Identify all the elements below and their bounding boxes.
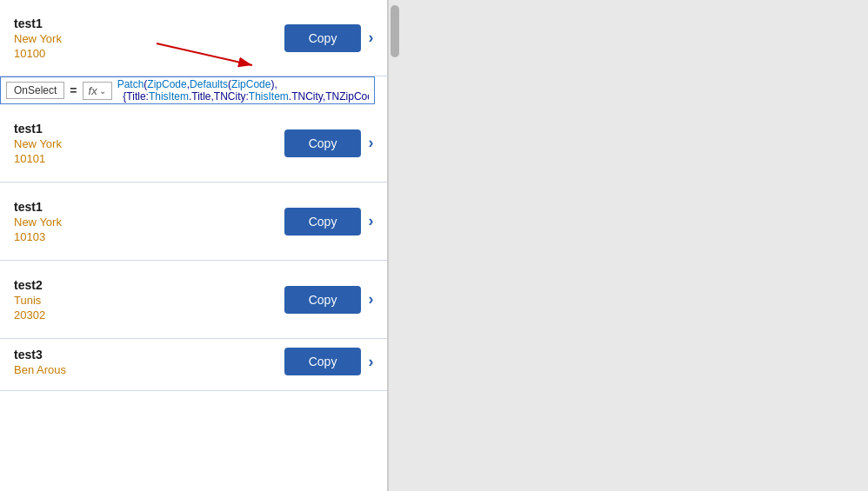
item-title: test2 — [14, 278, 45, 292]
list-item: test2 Tunis 20302 Copy › — [0, 261, 387, 339]
fx-chevron-icon: ⌄ — [99, 86, 106, 96]
item-actions: Copy › — [284, 348, 374, 375]
list-area: test1 New York 10100 Copy › OnSelect = f… — [0, 0, 387, 491]
formula-bar: OnSelect = fx ⌄ Patch(ZipCode,Defaults(Z… — [0, 76, 375, 104]
chevron-right-icon-1[interactable]: › — [368, 29, 373, 47]
copy-button-3[interactable]: Copy — [284, 208, 362, 236]
copy-button-5[interactable]: Copy — [284, 348, 362, 375]
list-item: test1 New York 10100 Copy › — [0, 0, 387, 76]
item-city: New York — [14, 137, 62, 150]
item-zip: 10101 — [14, 152, 62, 165]
item-info: test1 New York 10101 — [14, 122, 62, 165]
formula-equals: = — [70, 83, 77, 97]
item-info: test1 New York 10103 — [14, 200, 62, 243]
copy-button-1[interactable]: Copy — [284, 24, 362, 52]
copy-button-2[interactable]: Copy — [284, 129, 362, 157]
item-city: New York — [14, 32, 62, 45]
item-info: test2 Tunis 20302 — [14, 278, 45, 322]
item-actions: Copy › — [284, 24, 374, 52]
formula-onselect-label[interactable]: OnSelect — [6, 82, 64, 99]
formula-code: Patch(ZipCode,Defaults(ZipCode), {Title:… — [117, 78, 370, 103]
right-panel — [400, 0, 868, 491]
copy-button-4[interactable]: Copy — [284, 286, 362, 314]
main-container: test1 New York 10100 Copy › OnSelect = f… — [0, 0, 868, 491]
fx-text: fx — [89, 84, 97, 97]
item-city: Ben Arous — [14, 363, 66, 376]
item-title: test1 — [14, 17, 62, 30]
item-city: New York — [14, 216, 62, 229]
item-city: Tunis — [14, 294, 45, 307]
chevron-right-icon-4[interactable]: › — [368, 290, 373, 309]
item-zip: 10100 — [14, 47, 62, 60]
item-actions: Copy › — [284, 286, 374, 314]
chevron-right-icon-2[interactable]: › — [368, 134, 373, 152]
item-title: test1 — [14, 122, 62, 136]
item-title: test3 — [14, 348, 66, 362]
item-title: test1 — [14, 200, 62, 214]
item-zip: 10103 — [14, 230, 62, 243]
item-info: test3 Ben Arous — [14, 348, 66, 376]
scroll-thumb[interactable] — [391, 5, 399, 57]
list-item: test1 New York 10101 Copy › — [0, 104, 387, 182]
chevron-right-icon-3[interactable]: › — [368, 212, 373, 230]
formula-fx-button[interactable]: fx ⌄ — [83, 82, 112, 100]
list-item-partial: test3 Ben Arous Copy › — [0, 339, 387, 391]
chevron-right-icon-5[interactable]: › — [368, 353, 373, 371]
item-zip: 20302 — [14, 309, 45, 322]
item-actions: Copy › — [284, 129, 374, 157]
item-actions: Copy › — [284, 208, 374, 236]
item-info: test1 New York 10100 — [14, 17, 62, 60]
left-panel: test1 New York 10100 Copy › OnSelect = f… — [0, 0, 388, 491]
list-item: test1 New York 10103 Copy › — [0, 182, 387, 261]
scrollbar[interactable] — [388, 0, 400, 491]
